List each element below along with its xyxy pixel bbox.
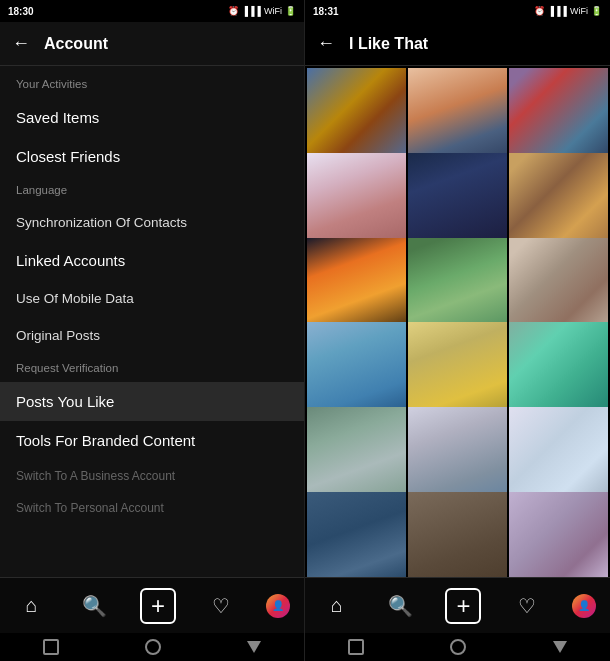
photo-cell-17[interactable]	[408, 492, 507, 577]
photo-grid	[305, 66, 610, 577]
photo-cell-16[interactable]	[307, 492, 406, 577]
left-gesture-bar	[0, 633, 304, 661]
right-back-button[interactable]: ←	[317, 33, 335, 54]
sidebar-item-saved-items[interactable]: Saved Items	[0, 98, 304, 137]
left-bottom-nav: ⌂ 🔍 + ♡ 👤	[0, 577, 304, 633]
left-header-title: Account	[44, 35, 108, 53]
left-header: ← Account	[0, 22, 304, 66]
right-bottom-nav: ⌂ 🔍 + ♡ 👤	[305, 577, 610, 633]
right-panel: 18:31 ⏰ ▐▐▐ WiFi 🔋 ← I Like That	[305, 0, 610, 661]
sidebar-item-mobile-data[interactable]: Use Of Mobile Data	[0, 280, 304, 317]
menu-list: Your Activities Saved Items Closest Frie…	[0, 66, 304, 577]
battery-icon: 🔋	[285, 6, 296, 16]
right-gesture-triangle-icon	[553, 641, 567, 653]
sidebar-item-your-activities[interactable]: Your Activities	[0, 70, 304, 98]
sidebar-item-original-posts[interactable]: Original Posts	[0, 317, 304, 354]
right-status-bar: 18:31 ⏰ ▐▐▐ WiFi 🔋	[305, 0, 610, 22]
right-header-title: I Like That	[349, 35, 428, 53]
sidebar-item-posts-you-like[interactable]: Posts You Like	[0, 382, 304, 421]
sidebar-item-sync-contacts[interactable]: Synchronization Of Contacts	[0, 204, 304, 241]
left-nav-heart[interactable]: ♡	[203, 588, 239, 624]
sidebar-item-request-verification[interactable]: Request Verification	[0, 354, 304, 382]
sidebar-item-personal-account[interactable]: Switch To Personal Account	[0, 492, 304, 524]
sidebar-item-branded-content[interactable]: Tools For Branded Content	[0, 421, 304, 460]
right-nav-heart[interactable]: ♡	[509, 588, 545, 624]
sidebar-item-closest-friends[interactable]: Closest Friends	[0, 137, 304, 176]
right-alarm-icon: ⏰	[534, 6, 545, 16]
left-nav-profile[interactable]: 👤	[266, 594, 290, 618]
alarm-icon: ⏰	[228, 6, 239, 16]
right-nav-search[interactable]: 🔍	[382, 588, 418, 624]
right-status-icons: ⏰ ▐▐▐ WiFi 🔋	[534, 6, 602, 16]
sidebar-item-linked-accounts[interactable]: Linked Accounts	[0, 241, 304, 280]
signal-icon: ▐▐▐	[242, 6, 261, 16]
left-gesture-circle-icon	[145, 639, 161, 655]
left-time: 18:30	[8, 6, 34, 17]
left-panel: 18:30 ⏰ ▐▐▐ WiFi 🔋 ← Account Your Activi…	[0, 0, 305, 661]
right-wifi-icon: WiFi	[570, 6, 588, 16]
sidebar-item-business-account[interactable]: Switch To A Business Account	[0, 460, 304, 492]
left-nav-add[interactable]: +	[140, 588, 176, 624]
sidebar-item-language[interactable]: Language	[0, 176, 304, 204]
right-gesture-circle-icon	[450, 639, 466, 655]
right-gesture-bar	[305, 633, 610, 661]
left-nav-search[interactable]: 🔍	[77, 588, 113, 624]
right-nav-home[interactable]: ⌂	[319, 588, 355, 624]
right-battery-icon: 🔋	[591, 6, 602, 16]
left-gesture-triangle-icon	[247, 641, 261, 653]
left-back-button[interactable]: ←	[12, 33, 30, 54]
right-nav-profile[interactable]: 👤	[572, 594, 596, 618]
right-nav-add[interactable]: +	[445, 588, 481, 624]
right-gesture-square-icon	[348, 639, 364, 655]
right-signal-icon: ▐▐▐	[548, 6, 567, 16]
right-time: 18:31	[313, 6, 339, 17]
photo-cell-18[interactable]	[509, 492, 608, 577]
left-status-icons: ⏰ ▐▐▐ WiFi 🔋	[228, 6, 296, 16]
wifi-icon: WiFi	[264, 6, 282, 16]
left-status-bar: 18:30 ⏰ ▐▐▐ WiFi 🔋	[0, 0, 304, 22]
left-gesture-square-icon	[43, 639, 59, 655]
left-nav-home[interactable]: ⌂	[14, 588, 50, 624]
right-header: ← I Like That	[305, 22, 610, 66]
